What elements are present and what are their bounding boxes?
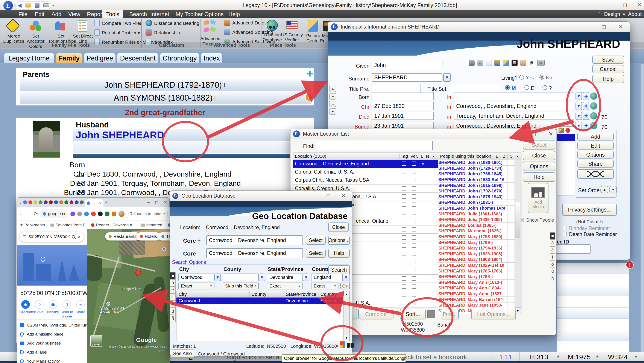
person-row[interactable]: SHEPHEARD, Mary Anne (1827- <box>438 291 521 297</box>
people-col-1[interactable]: 1 <box>493 154 500 159</box>
person-row[interactable]: SHEPHEARD, Mary (1798-1880) <box>438 234 521 240</box>
color-swatch-button[interactable] <box>428 310 435 318</box>
nav-up-button[interactable]: ▲ <box>329 86 336 92</box>
books-icon[interactable] <box>494 60 500 66</box>
add-label-item[interactable]: Add a label <box>20 348 86 357</box>
grid-scroll-up-icon[interactable]: ▲ <box>344 291 350 297</box>
relaunch-button[interactable]: Relaunch to update <box>127 210 168 218</box>
person-row[interactable]: SHEPHEARD, Mary (1794-1836) <box>438 245 521 251</box>
menu-file[interactable]: File <box>18 10 28 18</box>
binoculars-icon[interactable] <box>347 342 354 348</box>
person-row[interactable]: SHEPHEARD, Mary (1826-1908) <box>438 251 521 257</box>
char-e-acute[interactable]: é <box>170 286 176 294</box>
char-black-square[interactable]: ■ <box>170 272 176 279</box>
menu-view[interactable]: View <box>68 10 80 18</box>
born-globe-button[interactable] <box>590 92 598 100</box>
mrin-spinner-icon[interactable]: ± <box>596 355 598 359</box>
bookmark-item[interactable]: Reader | Powered b... <box>91 223 135 227</box>
event-share-button[interactable]: Share <box>577 160 614 168</box>
menu-help[interactable]: Help <box>228 10 240 18</box>
menu-about[interactable]: About <box>628 10 642 18</box>
county-dropdown-button[interactable]: ▼ <box>259 274 265 281</box>
wrin-spinner-icon[interactable]: ± <box>635 355 637 359</box>
browser-tab[interactable] <box>75 200 78 204</box>
county-mode-combo[interactable]: Skip this Field <box>222 283 259 289</box>
things-to-do-pill[interactable]: Things to do <box>158 232 170 241</box>
print-button[interactable]: Print... <box>441 309 459 320</box>
individual-titlebar[interactable]: L Individual's Information-John SHEPHEAR… <box>328 22 630 32</box>
extension-icon[interactable] <box>77 212 82 216</box>
restaurants-pill[interactable]: Restaurants <box>105 232 140 241</box>
core-field[interactable]: Cornwood, , Devonshire, England <box>206 248 303 258</box>
tab-pedigree[interactable]: Pedigree <box>84 53 116 63</box>
location-database-button[interactable]: Location Database <box>261 32 283 42</box>
tree-id-field[interactable] <box>555 244 590 254</box>
city-dropdown-button[interactable]: ▼ <box>214 274 221 281</box>
distance-bearing-button[interactable]: Distance and Bearing <box>154 20 199 26</box>
tab-descendant[interactable]: Descendant <box>117 53 159 63</box>
person-row[interactable]: SHEPHEARD, Mary Ann (1834-1 <box>438 285 521 291</box>
hand-writing-icon[interactable] <box>520 60 526 66</box>
menu-search[interactable]: Search <box>129 10 147 18</box>
media-selected-row[interactable] <box>557 134 575 141</box>
chr-globe-button[interactable] <box>590 102 598 110</box>
grid-city-header[interactable]: City <box>178 292 250 297</box>
mll-help-button[interactable]: Help <box>523 172 555 182</box>
died-plus-button[interactable]: ✚ <box>583 112 589 120</box>
person-row[interactable]: SHEPHEARD, Mary (1765-1766) <box>438 268 521 274</box>
title-suf-field[interactable] <box>450 84 501 92</box>
nav-list-button[interactable]: ≡ <box>329 101 336 107</box>
person-row[interactable]: SHEPHEARD, Mary (1798-) <box>438 274 521 280</box>
set-order-down-button[interactable]: ▼ <box>610 186 617 193</box>
menu-my-toolbar[interactable]: My Toolbar <box>176 10 203 18</box>
grid-country-header[interactable]: Country <box>318 292 341 297</box>
profile-avatar[interactable] <box>118 211 124 217</box>
cancel-button[interactable]: Cancel <box>592 65 624 73</box>
mll-titlebar[interactable]: L Master Location List <box>290 129 556 139</box>
plus-code-item[interactable]: C28M+M88 Ivybridge, United Kingdom <box>20 321 86 330</box>
active-tab[interactable]: ✕ <box>85 199 104 207</box>
location-scroll-up-icon[interactable]: ▲ <box>430 154 436 158</box>
person-row[interactable]: SHEPHEARD, Julia (1801-1863) <box>438 211 521 217</box>
born-date-field[interactable] <box>372 92 434 100</box>
char-u-acute[interactable]: ú <box>550 268 555 275</box>
char-e-acute[interactable]: é <box>550 247 555 254</box>
person-row[interactable]: SHEPHEARD, John (1830-1901) <box>438 160 521 166</box>
sort-button[interactable]: Sort... <box>400 309 426 320</box>
person-row[interactable]: SHEPHEARD, John (1815-1898) <box>438 183 521 188</box>
reload-icon[interactable]: ⟳ <box>34 211 38 217</box>
layers-control[interactable]: Layers <box>90 335 102 347</box>
save-disk-icon[interactable] <box>35 3 40 8</box>
born-plus-button[interactable]: ✚ <box>583 92 589 100</box>
alert-icon[interactable]: ! <box>626 261 634 269</box>
geo-help-button[interactable]: Help <box>328 249 350 258</box>
person-row[interactable]: SHEPHEARD, John (1792-1870) <box>438 188 521 194</box>
hotels-pill[interactable]: Hotels <box>136 232 160 241</box>
geo-maximize-button[interactable]: ◻ <box>325 192 332 200</box>
person-row[interactable]: SHEPHEARD, Mary (1803-1804) <box>438 257 521 263</box>
back-arrow-icon[interactable]: ◀ <box>18 2 22 8</box>
grid-scroll-down-icon[interactable]: ▼ <box>344 335 350 341</box>
back-icon[interactable]: ← <box>19 211 24 217</box>
help-button[interactable]: Help <box>592 75 624 83</box>
browser-tab[interactable] <box>34 200 37 204</box>
person-row[interactable]: SHEPHEARD, Mary Ann (1813-) <box>438 280 521 285</box>
grid-state-header[interactable]: State/Province <box>284 292 318 297</box>
event-edit-button[interactable]: Edit <box>577 142 614 150</box>
gender-m-radio[interactable] <box>505 85 510 90</box>
core-plus-field[interactable]: Cornwood, , Devonshire, England <box>206 235 303 245</box>
city-mode-combo[interactable]: Exact <box>178 283 214 289</box>
qat-dropdown-icon[interactable]: ▾ <box>52 4 54 7</box>
char-black-square[interactable]: ■ <box>550 232 555 239</box>
died-place-field[interactable]: Torquay, Tormoham, Devon, England <box>454 112 574 120</box>
clr-button[interactable]: Clr <box>340 283 350 289</box>
menu-options[interactable]: Options <box>204 10 224 18</box>
person-row[interactable]: SHEPHEARD, Mary (1829-Bef 18 <box>438 263 521 268</box>
tab-legacy-home[interactable]: Legacy Home <box>4 53 54 63</box>
chr-date-field[interactable]: 27 Dec 1830 <box>372 102 434 110</box>
died-dropdown-button[interactable]: ▼ <box>576 112 582 120</box>
maps-search-box[interactable]: ☰ 50°25'00.0"N 3°58'00.0"W ✕ <box>20 232 84 242</box>
location-column-header[interactable]: Location (2318) <box>295 154 399 159</box>
state-dropdown-button[interactable]: ▼ <box>303 274 309 281</box>
state-mode-arrow-icon[interactable]: ∨ <box>298 283 301 288</box>
